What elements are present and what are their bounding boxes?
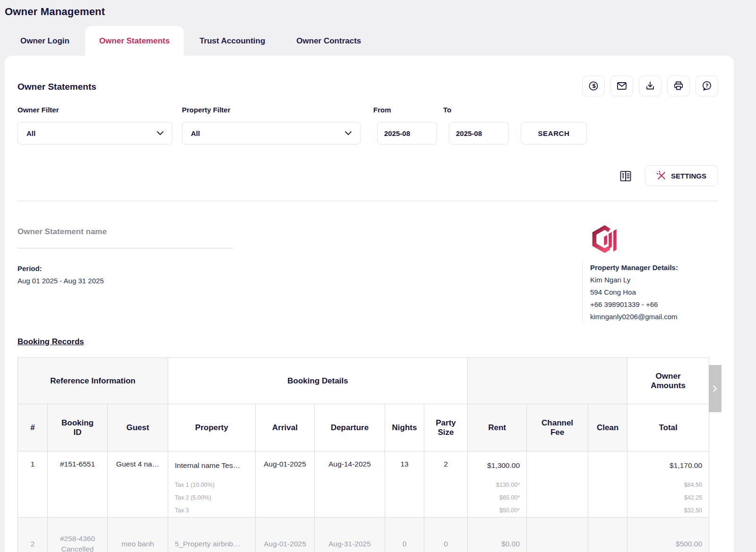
cell-clean xyxy=(588,451,627,518)
cell-guest: meo banh xyxy=(108,518,168,552)
statement-name-field[interactable]: Owner Statement name xyxy=(17,227,233,248)
col-party-size: Party Size xyxy=(424,404,468,451)
status-badge: Cancelled xyxy=(48,544,107,552)
col-property: Property xyxy=(168,404,256,451)
cell-number: 2 xyxy=(18,518,48,552)
cell-arrival: Aug-01-2025 xyxy=(256,518,315,552)
period-value: Aug 01 2025 - Aug 31 2025 xyxy=(17,277,104,285)
col-guest: Guest xyxy=(108,404,168,451)
download-button[interactable] xyxy=(639,76,662,96)
to-input[interactable] xyxy=(449,122,509,144)
cell-departure: Aug-31-2025 xyxy=(315,518,385,552)
content-card: Owner Statements $ xyxy=(5,56,734,552)
chevron-down-icon xyxy=(157,131,163,135)
group-unlabeled xyxy=(468,358,627,404)
from-input[interactable] xyxy=(377,122,437,144)
group-header-row: Reference Information Booking Details Ow… xyxy=(18,358,709,404)
manager-title: Property Manager Details: xyxy=(590,262,719,274)
cell-party-size: 2 xyxy=(424,451,468,518)
section-title: Owner Statements xyxy=(17,82,96,92)
cell-clean xyxy=(588,518,627,552)
cell-booking-id: #151-6551 xyxy=(48,451,108,518)
book-icon xyxy=(619,170,632,182)
col-number: # xyxy=(18,404,48,451)
download-icon xyxy=(644,80,656,92)
chevron-down-icon xyxy=(345,131,352,135)
mail-icon xyxy=(616,80,627,92)
booking-records-title: Booking Records xyxy=(17,337,84,347)
column-header-row: # Booking ID Guest Property Arrival Depa… xyxy=(18,404,709,451)
cell-rent: $1,300.00 $130.00* $65.00* $50.00* xyxy=(468,451,527,518)
tax-amount: $84.50 xyxy=(627,479,702,492)
cell-total: $1,170.00 $84.50 $42.25 $32.50 xyxy=(627,451,709,518)
booking-row-1: 1 #151-6551 Guest 4 na… Internal name Te… xyxy=(18,451,709,518)
dollar-button[interactable]: $ xyxy=(582,76,605,96)
manager-address: 594 Cong Hoa xyxy=(590,286,719,298)
cell-nights: 13 xyxy=(385,451,424,518)
period-label: Period: xyxy=(17,264,42,272)
col-arrival: Arrival xyxy=(256,404,315,451)
email-button[interactable] xyxy=(610,76,633,96)
tab-owner-login[interactable]: Owner Login xyxy=(5,26,85,56)
manager-phone: +66 398901339 - +66 xyxy=(590,298,719,311)
manager-email: kimnganly0206@gmail.com xyxy=(590,311,719,323)
cell-arrival: Aug-01-2025 xyxy=(256,451,315,518)
help-button[interactable]: ? xyxy=(696,76,718,96)
to-label: To xyxy=(443,106,451,114)
tax-amount: $42.25 xyxy=(627,492,702,504)
tab-owner-statements[interactable]: Owner Statements xyxy=(85,26,184,56)
property-filter-label: Property Filter xyxy=(182,106,231,114)
toolbar: $ ? xyxy=(582,76,718,96)
booking-row-2: 2 #258-4360 Cancelled meo banh 5_Propert… xyxy=(18,518,709,552)
col-rent: Rent xyxy=(468,404,527,451)
tax-line: Tax 2 (5.00%) xyxy=(175,492,255,504)
tab-owner-contracts[interactable]: Owner Contracts xyxy=(281,26,377,56)
group-owner-amounts: Owner Amounts xyxy=(627,358,709,404)
manager-name: Kim Ngan Ly xyxy=(590,274,719,286)
property-filter-select[interactable]: All xyxy=(182,122,361,144)
cell-total: $500.00 xyxy=(627,518,709,552)
property-filter-value: All xyxy=(191,129,200,137)
col-departure: Departure xyxy=(315,404,385,451)
booking-table: Reference Information Booking Details Ow… xyxy=(17,357,722,552)
divider xyxy=(17,201,718,201)
svg-text:?: ? xyxy=(705,83,708,89)
dollar-icon: $ xyxy=(588,80,599,92)
from-label: From xyxy=(373,106,391,114)
print-icon xyxy=(673,80,684,92)
print-button[interactable] xyxy=(667,76,690,96)
col-total: Total xyxy=(627,404,709,451)
help-icon: ? xyxy=(701,80,713,92)
cell-departure: Aug-14-2025 xyxy=(315,451,385,518)
settings-button[interactable]: SETTINGS xyxy=(645,165,718,186)
cell-guest: Guest 4 na… xyxy=(108,451,168,518)
col-clean: Clean xyxy=(588,404,627,451)
company-logo xyxy=(590,220,621,261)
cell-number: 1 xyxy=(18,451,48,518)
col-nights: Nights xyxy=(385,404,424,451)
cell-channel-fee xyxy=(527,451,588,518)
owner-filter-value: All xyxy=(26,129,35,137)
cell-rent: $0.00 xyxy=(468,518,527,552)
tab-trust-accounting[interactable]: Trust Accounting xyxy=(184,26,281,56)
cell-party-size: 0 xyxy=(424,518,468,552)
tax-line: Tax 1 (10.00%) xyxy=(175,479,255,492)
property-manager-details: Property Manager Details: Kim Ngan Ly 59… xyxy=(582,262,719,323)
owner-filter-select[interactable]: All xyxy=(17,122,172,144)
tax-amount: $130.00* xyxy=(468,479,520,492)
cell-booking-id: #258-4360 Cancelled xyxy=(48,518,108,552)
group-reference-information: Reference Information xyxy=(18,358,168,404)
glossary-button[interactable] xyxy=(618,169,633,183)
tools-icon xyxy=(657,171,666,180)
cell-property: Internal name Tes… Tax 1 (10.00%) Tax 2 … xyxy=(168,451,256,518)
search-button[interactable]: SEARCH xyxy=(521,122,587,144)
cell-property: 5_Property airbnb… xyxy=(168,518,256,552)
tab-bar: Owner Login Owner Statements Trust Accou… xyxy=(5,26,377,56)
owner-filter-label: Owner Filter xyxy=(17,106,59,114)
table-scroll-right[interactable] xyxy=(709,365,722,412)
tax-amount: $50.00* xyxy=(468,504,520,517)
cell-nights: 0 xyxy=(385,518,424,552)
svg-text:$: $ xyxy=(592,83,596,89)
tax-amount: $65.00* xyxy=(468,492,520,504)
cell-channel-fee xyxy=(527,518,588,552)
